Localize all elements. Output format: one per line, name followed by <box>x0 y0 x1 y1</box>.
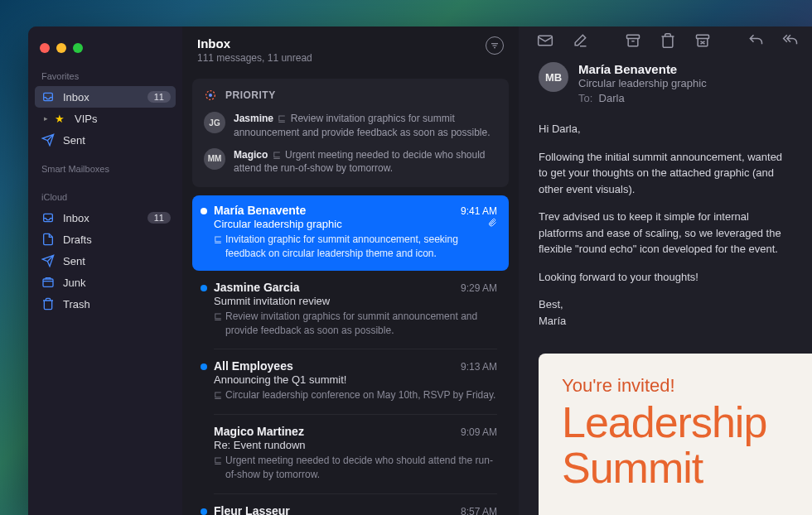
archive-icon[interactable] <box>625 32 641 49</box>
message-item[interactable]: María Benavente9:41 AM Circular leadersh… <box>192 195 509 271</box>
inbox-icon <box>41 211 55 224</box>
sidebar-section-favorites: Favorites <box>28 68 182 86</box>
unread-dot-icon <box>201 208 207 214</box>
close-window-button[interactable] <box>40 43 50 53</box>
summary-icon: ⊑ <box>214 310 222 338</box>
avatar: JG <box>204 112 225 133</box>
paper-plane-icon <box>41 133 55 147</box>
svg-rect-5 <box>697 35 709 38</box>
summary-icon: ⊑ <box>214 454 222 482</box>
inbox-icon <box>41 90 55 103</box>
priority-section: PRIORITY JG Jasmine ⊑ Review invitation … <box>192 79 509 187</box>
priority-summary: Jasmine ⊑ Review invitation graphics for… <box>234 112 497 140</box>
summary-icon: ⊑ <box>278 112 286 126</box>
svg-rect-4 <box>627 35 640 38</box>
message-body: Hi Darla, Following the initial summit a… <box>519 118 812 354</box>
message-item[interactable]: All Employees9:13 AM Announcing the Q1 s… <box>192 351 509 412</box>
minimize-window-button[interactable] <box>56 43 66 53</box>
priority-sparkle-icon <box>204 89 217 102</box>
message-subject: Circular leadership graphic <box>578 77 707 89</box>
sidebar: Favorites Inbox 11 ▸ ★ VIPs Sent Smart M… <box>28 26 182 515</box>
paper-plane-icon <box>41 254 55 267</box>
mailbox-title: Inbox <box>197 36 312 51</box>
message-preview: Invitation graphic for summit announceme… <box>225 233 497 261</box>
sender-name: María Benavente <box>578 62 707 76</box>
divider <box>214 349 497 349</box>
message-list: María Benavente9:41 AM Circular leadersh… <box>182 187 519 515</box>
junk-icon[interactable] <box>694 32 711 49</box>
unread-dot-icon <box>201 363 207 370</box>
reply-icon[interactable] <box>747 32 764 49</box>
message-time: 8:57 AM <box>461 506 497 515</box>
message-sender: Magico Martinez <box>214 425 304 438</box>
unread-badge: 11 <box>147 91 171 103</box>
sidebar-item-label: VIPs <box>75 113 171 125</box>
message-list-header: Inbox 111 messages, 11 unread <box>182 26 519 72</box>
unread-badge: 11 <box>147 212 171 224</box>
sidebar-item-sent[interactable]: Sent <box>28 129 182 151</box>
message-time: 9:09 AM <box>461 426 497 438</box>
trash-icon[interactable] <box>660 32 676 49</box>
attachment-icon <box>487 218 497 230</box>
priority-item[interactable]: MM Magico ⊑ Urgent meeting needed to dec… <box>204 148 497 176</box>
reply-all-icon[interactable] <box>782 32 799 49</box>
mailbox-subtitle: 111 messages, 11 unread <box>197 52 312 64</box>
mail-window: Favorites Inbox 11 ▸ ★ VIPs Sent Smart M… <box>28 26 812 515</box>
sidebar-item-label: Junk <box>63 277 171 289</box>
sidebar-item-label: Inbox <box>63 212 139 224</box>
message-toolbar <box>519 26 812 54</box>
trash-icon <box>41 297 55 310</box>
sidebar-item-icloud-sent[interactable]: Sent <box>28 250 182 272</box>
message-item[interactable]: Fleur Lasseur8:57 AM Strategy deck v5 ⊑M… <box>192 496 509 515</box>
message-subject: Announcing the Q1 summit! <box>214 373 497 386</box>
svg-point-2 <box>209 94 212 97</box>
priority-label: PRIORITY <box>225 89 276 101</box>
sidebar-item-vips[interactable]: ▸ ★ VIPs <box>28 108 182 129</box>
unread-dot-icon <box>201 285 207 291</box>
message-time: 9:13 AM <box>461 361 497 373</box>
message-sender: Jasmine Garcia <box>214 281 300 294</box>
message-preview: Circular leadership conference on May 10… <box>225 388 495 402</box>
divider <box>214 414 497 415</box>
message-subject: Circular leadership graphic <box>214 218 342 230</box>
window-controls <box>28 36 182 68</box>
recipient-line: To: Darla <box>578 92 707 104</box>
summary-icon: ⊑ <box>214 388 222 402</box>
junk-icon <box>41 276 55 289</box>
sidebar-item-label: Sent <box>63 255 171 267</box>
divider <box>214 493 497 494</box>
body-paragraph: Hi Darla, <box>539 121 792 137</box>
message-sender: María Benavente <box>214 204 306 217</box>
body-paragraph: Trev advised us to keep it simple for in… <box>539 209 792 258</box>
envelope-icon[interactable] <box>537 32 553 49</box>
sidebar-item-label: Inbox <box>63 91 139 103</box>
priority-summary: Magico ⊑ Urgent meeting needed to decide… <box>234 148 497 176</box>
message-time: 9:29 AM <box>461 282 497 294</box>
sidebar-item-junk[interactable]: Junk <box>28 272 182 293</box>
sidebar-item-trash[interactable]: Trash <box>28 293 182 315</box>
maximize-window-button[interactable] <box>73 43 83 53</box>
sidebar-section-icloud: iCloud <box>28 189 182 207</box>
message-subject: Summit invitation review <box>214 295 497 307</box>
sidebar-item-icloud-inbox[interactable]: Inbox 11 <box>28 207 182 229</box>
body-paragraph: Looking forward to your thoughts! <box>539 269 792 286</box>
message-list-pane: Inbox 111 messages, 11 unread PRIORITY J… <box>182 26 519 515</box>
summary-icon: ⊑ <box>273 148 281 162</box>
message-item[interactable]: Jasmine Garcia9:29 AM Summit invitation … <box>192 272 509 348</box>
body-paragraph: Best, María <box>539 296 792 329</box>
compose-icon[interactable] <box>572 32 588 49</box>
message-item[interactable]: Magico Martinez9:09 AM Re: Event rundown… <box>192 416 509 492</box>
sidebar-item-inbox[interactable]: Inbox 11 <box>35 86 176 108</box>
message-subject: Re: Event rundown <box>214 439 497 451</box>
unread-dot-icon <box>201 508 207 515</box>
disclosure-icon[interactable]: ▸ <box>41 114 50 123</box>
message-preview: Review invitation graphics for summit an… <box>225 310 497 338</box>
sidebar-item-drafts[interactable]: Drafts <box>28 229 182 250</box>
attachment-preview[interactable]: You're invited! Leadership Summit <box>539 354 812 515</box>
document-icon <box>41 233 55 246</box>
priority-item[interactable]: JG Jasmine ⊑ Review invitation graphics … <box>204 112 497 140</box>
filter-button[interactable] <box>486 36 504 55</box>
star-icon: ★ <box>53 112 66 125</box>
sidebar-item-label: Sent <box>63 134 171 147</box>
message-time: 9:41 AM <box>461 205 497 217</box>
